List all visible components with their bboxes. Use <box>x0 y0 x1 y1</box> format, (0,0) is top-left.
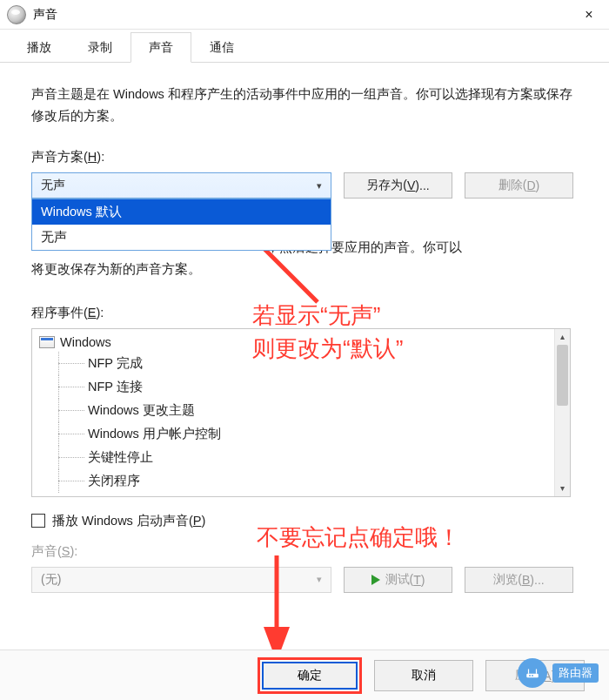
close-button[interactable]: × <box>569 0 609 30</box>
browse-button: 浏览(B)... <box>465 567 573 593</box>
scroll-up-icon[interactable]: ▴ <box>555 329 570 345</box>
sound-app-icon <box>7 5 26 24</box>
events-label: 程序事件(E): <box>31 305 578 321</box>
scroll-thumb[interactable] <box>557 345 568 406</box>
tree-root-label: Windows <box>60 335 111 349</box>
svg-point-3 <box>529 675 531 676</box>
event-item[interactable]: NFP 完成 <box>37 352 570 375</box>
watermark-text: 路由器 <box>552 663 599 683</box>
svg-point-4 <box>532 675 533 676</box>
sound-label: 声音(S): <box>31 543 578 560</box>
tree-root[interactable]: Windows <box>37 333 570 352</box>
tab-sounds[interactable]: 声音 <box>130 32 191 63</box>
event-item[interactable]: 关闭程序 <box>37 469 570 493</box>
sound-combobox: (无) ▾ <box>31 567 331 593</box>
test-button: 测试(T) <box>344 567 452 593</box>
scheme-dropdown: Windows 默认 无声 <box>31 199 331 251</box>
cancel-button[interactable]: 取消 <box>374 660 473 691</box>
play-icon <box>371 575 380 585</box>
sound-value: (无) <box>41 572 61 588</box>
play-startup-label: 播放 Windows 启动声音(P) <box>52 513 205 529</box>
program-events-listbox[interactable]: Windows NFP 完成 NFP 连接 Windows 更改主题 Windo… <box>31 328 571 497</box>
watermark: 路由器 <box>518 658 599 688</box>
scheme-value: 无声 <box>41 178 65 193</box>
event-item[interactable]: 关键性停止 <box>37 446 570 469</box>
tab-recording[interactable]: 录制 <box>70 32 130 63</box>
tab-playback[interactable]: 播放 <box>9 32 70 63</box>
delete-button: 删除(D) <box>465 172 573 199</box>
play-startup-checkbox[interactable] <box>31 514 45 528</box>
windows-icon <box>39 336 55 348</box>
save-as-button[interactable]: 另存为(V)... <box>344 172 452 199</box>
event-item[interactable]: Windows 用户帐户控制 <box>37 422 570 446</box>
scheme-label: 声音方案(H): <box>31 149 578 165</box>
event-item[interactable]: Windows 更改主题 <box>37 399 570 422</box>
tab-strip: 播放 录制 声音 通信 <box>0 30 609 63</box>
event-item[interactable]: NFP 连接 <box>37 375 570 399</box>
tab-communications[interactable]: 通信 <box>191 32 252 63</box>
scheme-combobox[interactable]: 无声 ▾ <box>31 172 331 199</box>
description-text: 声音主题是在 Windows 和程序产生的活动事件中应用的一组声音。你可以选择现… <box>31 84 578 126</box>
scrollbar[interactable]: ▴ ▾ <box>554 329 570 496</box>
scheme-combo-wrap: 无声 ▾ Windows 默认 无声 <box>31 172 331 199</box>
scheme-option-default[interactable]: Windows 默认 <box>32 199 331 225</box>
chevron-down-icon: ▾ <box>317 180 322 192</box>
scroll-down-icon[interactable]: ▾ <box>555 481 570 496</box>
ok-button[interactable]: 确定 <box>262 662 358 690</box>
ok-highlight: 确定 <box>258 657 362 694</box>
window-title: 声音 <box>33 7 57 23</box>
router-icon <box>518 658 547 688</box>
scheme-option-silent[interactable]: 无声 <box>32 225 331 250</box>
tab-content: 声音主题是在 Windows 和程序产生的活动事件中应用的一组声音。你可以选择现… <box>0 63 609 603</box>
play-startup-row: 播放 Windows 启动声音(P) <box>31 513 578 529</box>
titlebar: 声音 × <box>0 0 609 30</box>
chevron-down-icon: ▾ <box>317 574 322 585</box>
